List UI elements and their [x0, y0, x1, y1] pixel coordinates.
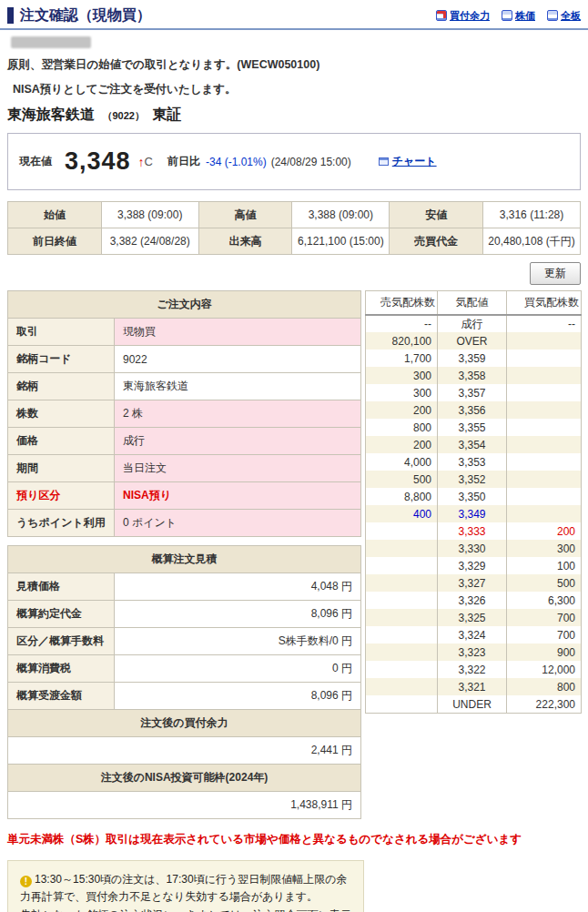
- orderbook-buy-qty: [507, 505, 582, 522]
- orderbook-row: --成行--: [366, 315, 582, 332]
- orderbook-row: 3,321800: [366, 678, 582, 695]
- order-detail-table: ご注文内容 取引現物買銘柄コード9022銘柄東海旅客鉄道株数2 株価格成行期間当…: [7, 290, 361, 537]
- link-full-board[interactable]: 全板: [547, 9, 581, 23]
- orderbook-buy-qty: [507, 367, 582, 384]
- warning-icon: !: [20, 876, 32, 887]
- orderbook-price: 3,322: [438, 661, 507, 678]
- order-row-label: 価格: [8, 428, 115, 455]
- link-full-board-label: 全板: [561, 9, 581, 23]
- orderbook-sell-qty: [366, 661, 438, 678]
- current-price-label: 現在値: [19, 154, 52, 169]
- orderbook-sell-qty: 400: [366, 505, 438, 522]
- orderbook-buy-qty: 800: [507, 678, 582, 695]
- orderbook-price: 3,323: [438, 643, 507, 661]
- orderbook-sell-qty: 300: [366, 384, 438, 401]
- chart-icon: [379, 157, 389, 166]
- link-buying-power[interactable]: 買付余力: [436, 9, 490, 23]
- stats-row: 始値3,388 (09:00)高値3,388 (09:00)安値3,316 (1…: [8, 202, 581, 228]
- refresh-button[interactable]: 更新: [530, 262, 581, 285]
- order-row-label: うちポイント利用: [8, 510, 115, 537]
- order-row-label: 株数: [8, 400, 115, 428]
- order-row: 取引現物買: [8, 319, 361, 346]
- orderbook-sell-qty: 500: [366, 471, 438, 488]
- stats-label: 売買代金: [390, 228, 483, 255]
- orderbook-buy-qty: 222,300: [507, 695, 582, 713]
- stats-value: 3,388 (09:00): [292, 202, 390, 228]
- estimate-table: 概算注文見積 見積価格4,048 円概算約定代金8,096 円区分／概算手数料S…: [7, 545, 361, 819]
- estimate-row-label: 区分／概算手数料: [8, 628, 115, 655]
- orderbook-sell-qty: 1,700: [366, 350, 438, 367]
- stats-value: 3,382 (24/08/28): [101, 228, 198, 255]
- order-row-value: 当日注文: [115, 455, 361, 482]
- stats-label: 前日終値: [8, 228, 102, 255]
- estimate-row: 概算受渡金額8,096 円: [8, 683, 361, 710]
- orderbook-row: 3,323900: [366, 643, 582, 661]
- redacted-account-name: [11, 36, 91, 48]
- order-row: 銘柄コード9022: [8, 346, 361, 373]
- estimate-row-label: 概算消費税: [8, 655, 115, 683]
- orderbook-buy-qty: --: [507, 315, 582, 332]
- orderbook-buy-qty: [507, 419, 582, 436]
- orderbook-price: 3,324: [438, 626, 507, 643]
- orderbook-row: 820,100OVER: [366, 332, 582, 350]
- after-section-value-row: 2,441 円: [8, 737, 361, 765]
- chart-link[interactable]: チャート: [379, 154, 437, 169]
- orderbook-buy-qty: [507, 488, 582, 505]
- order-row-value: 現物買: [115, 319, 361, 346]
- orderbook-price: 3,325: [438, 609, 507, 626]
- orderbook-sell-qty: [366, 574, 438, 592]
- orderbook-buy-qty: [507, 436, 582, 453]
- orderbook-price: 3,333: [438, 522, 507, 540]
- price-flag: C: [145, 155, 153, 168]
- order-row: 株数2 株: [8, 400, 361, 428]
- orderbook-row: 8,8003,350: [366, 488, 582, 505]
- orderbook-price: 3,354: [438, 436, 507, 453]
- orderbook-row: 4003,349: [366, 505, 582, 522]
- order-row-label: 銘柄: [8, 373, 115, 400]
- orderbook-price: 3,357: [438, 384, 507, 401]
- estimate-row-label: 見積価格: [8, 573, 115, 601]
- rule-message: 原則、翌営業日の始値での取引となります。(WECW050100): [0, 52, 588, 73]
- orderbook-row: 3,329100: [366, 557, 582, 574]
- orderbook-sell-qty: 200: [366, 401, 438, 419]
- stats-label: 出来高: [198, 228, 292, 255]
- nisa-message: NISA預りとしてご注文を受付いたします。: [0, 73, 588, 97]
- orderbook-price: 3,327: [438, 574, 507, 592]
- orderbook-price: 3,359: [438, 350, 507, 367]
- orderbook-buy-qty: [507, 471, 582, 488]
- stats-label: 安値: [390, 202, 483, 228]
- orderbook-buy-qty: [507, 384, 582, 401]
- orderbook-price: 成行: [438, 315, 507, 332]
- orderbook-row: 5003,352: [366, 471, 582, 488]
- order-row: 価格成行: [8, 428, 361, 455]
- order-row-label: 取引: [8, 319, 115, 346]
- order-row-label: 期間: [8, 455, 115, 482]
- orderbook-row: 3,330300: [366, 540, 582, 557]
- orderbook-sell-qty: [366, 540, 438, 557]
- link-stock-price[interactable]: 株価: [502, 9, 535, 23]
- orderbook-sell-qty: [366, 522, 438, 540]
- orderbook-sell-qty: [366, 678, 438, 695]
- orderbook-price: 3,352: [438, 471, 507, 488]
- estimate-row-value: 8,096 円: [115, 601, 361, 628]
- orderbook-price: 3,355: [438, 419, 507, 436]
- after-section-header-row: 注文後のNISA投資可能枠(2024年): [8, 765, 361, 792]
- link-buying-power-label: 買付余力: [450, 9, 490, 23]
- orderbook-buy-qty: 700: [507, 609, 582, 626]
- orderbook-buy-qty: 900: [507, 643, 582, 661]
- note-line: !13:30～15:30頃の注文は、17:30頃に行う翌日制限値幅上限の余力再計…: [20, 871, 351, 906]
- estimate-row-value: S株手数料/0 円: [115, 628, 361, 655]
- orderbook-sell-qty: 8,800: [366, 488, 438, 505]
- header-divider: [0, 28, 588, 30]
- note-line: 失効となった銘柄の注文状況につきましては、注文照会画面に表示されます。: [20, 907, 351, 912]
- order-column: ご注文内容 取引現物買銘柄コード9022銘柄東海旅客鉄道株数2 株価格成行期間当…: [7, 290, 361, 819]
- buying-power-icon: [436, 10, 447, 21]
- orderbook-row: 3,324700: [366, 626, 582, 643]
- orderbook-sell-qty: 200: [366, 436, 438, 453]
- orderbook-buy-qty: 6,300: [507, 592, 582, 609]
- full-board-icon: [547, 10, 558, 21]
- orderbook-sell-qty: [366, 626, 438, 643]
- orderbook-sell-qty: [366, 609, 438, 626]
- order-row-label: 預り区分: [8, 482, 115, 510]
- orderbook-column: 売気配株数気配値買気配株数 --成行--820,100OVER1,7003,35…: [365, 290, 581, 714]
